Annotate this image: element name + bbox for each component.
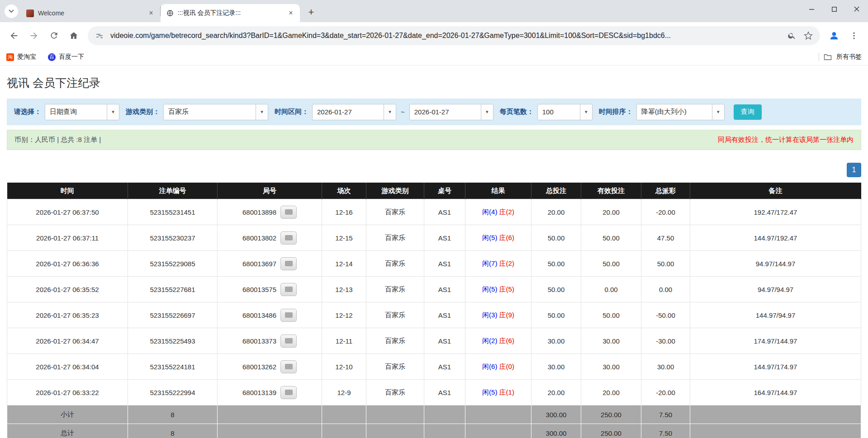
per-page-dropdown[interactable]: 100 ▾ bbox=[537, 104, 593, 120]
round-replay-icon[interactable] bbox=[280, 283, 297, 296]
cell-table-no bbox=[424, 405, 465, 424]
cell-result: 闲(6) 庄(0) bbox=[465, 354, 531, 380]
url-text: videoie.com/game/betrecord_search/kind3?… bbox=[110, 32, 781, 40]
home-icon bbox=[69, 31, 79, 41]
cell-note: 94.97/144.97 bbox=[690, 251, 861, 277]
refresh-button[interactable] bbox=[44, 26, 63, 45]
cell-total-bet: 50.00 bbox=[531, 225, 581, 251]
round-id: 680013575 bbox=[242, 286, 276, 293]
search-button[interactable]: 查询 bbox=[734, 104, 762, 120]
bookmarks-bar: 淘 爱淘宝 百 百度一下 所有书签 bbox=[0, 49, 868, 66]
cell-time: 2026-01-27 06:33:22 bbox=[7, 380, 128, 405]
date-range-label: 时间区间： bbox=[275, 108, 308, 116]
round-replay-icon[interactable] bbox=[280, 334, 297, 348]
page-content: 视讯 会员下注纪录 请选择： 日期查询 ▾ 游戏类别： 百家乐 ▾ 时间区间： … bbox=[0, 66, 868, 438]
tab-welcome[interactable]: Welcome × bbox=[21, 4, 160, 22]
forward-button[interactable] bbox=[24, 26, 43, 45]
round-replay-icon[interactable] bbox=[280, 257, 297, 270]
cell-result bbox=[465, 405, 531, 424]
chevron-down-icon[interactable]: ▾ bbox=[256, 104, 268, 120]
cell-table-no: AS1 bbox=[424, 302, 465, 328]
chevron-down-icon[interactable]: ▾ bbox=[481, 104, 493, 120]
sort-dropdown[interactable]: 降幂(由大到小) ▾ bbox=[636, 104, 725, 120]
cell-valid-bet: 20.00 bbox=[581, 380, 641, 405]
cell-bet-id: 523155230237 bbox=[128, 225, 218, 251]
bookmarks-divider bbox=[819, 53, 819, 61]
cell-round bbox=[218, 424, 322, 438]
address-bar[interactable]: videoie.com/game/betrecord_search/kind3?… bbox=[88, 26, 820, 45]
cell-table-no: AS1 bbox=[424, 380, 465, 405]
sort-value: 降幂(由大到小) bbox=[637, 104, 712, 120]
tab-title: :::视讯 会员下注记录::: bbox=[178, 9, 282, 17]
cell-total-bet: 30.00 bbox=[531, 354, 581, 380]
cell-session: 12-14 bbox=[322, 251, 366, 277]
round-replay-icon[interactable] bbox=[280, 386, 297, 399]
minimize-button[interactable] bbox=[800, 0, 823, 18]
refresh-icon bbox=[49, 31, 59, 40]
date-start-dropdown[interactable]: 2026-01-27 ▾ bbox=[312, 104, 396, 120]
forward-arrow-icon bbox=[29, 31, 39, 41]
date-end-value: 2026-01-27 bbox=[410, 104, 481, 120]
chevron-down-icon[interactable]: ▾ bbox=[384, 104, 396, 120]
cell-table-no: AS1 bbox=[424, 199, 465, 225]
column-header: 备注 bbox=[690, 183, 861, 199]
result-banker: 庄(2) bbox=[499, 259, 514, 267]
round-replay-icon[interactable] bbox=[280, 231, 297, 245]
result-player: 闲(5) bbox=[482, 285, 497, 293]
profile-avatar[interactable] bbox=[825, 26, 844, 45]
query-type-dropdown[interactable]: 日期查询 ▾ bbox=[45, 104, 119, 120]
back-button[interactable] bbox=[5, 26, 24, 45]
bookmark-baidu[interactable]: 百 百度一下 bbox=[48, 53, 84, 61]
result-banker: 庄(0) bbox=[499, 363, 514, 370]
round-replay-icon[interactable] bbox=[280, 206, 297, 219]
table-header-row: 时间注单编号局号场次游戏类别桌号结果总投注有效投注总派彩备注 bbox=[7, 183, 861, 199]
bookmark-star-icon[interactable] bbox=[803, 30, 814, 41]
browser-menu-button[interactable] bbox=[844, 26, 863, 45]
round-replay-icon[interactable] bbox=[280, 309, 297, 322]
grand-total-row: 总计8300.00250.007.50 bbox=[7, 424, 861, 438]
table-row: 2026-01-27 06:34:47523155225493680013373… bbox=[7, 328, 861, 354]
result-player: 闲(5) bbox=[482, 388, 497, 396]
tab-close-icon[interactable]: × bbox=[286, 9, 295, 18]
cell-session bbox=[322, 424, 366, 438]
cell-table-no: AS1 bbox=[424, 225, 465, 251]
result-banker: 庄(5) bbox=[499, 285, 514, 293]
game-kind-dropdown[interactable]: 百家乐 ▾ bbox=[163, 104, 268, 120]
cell-result: 闲(7) 庄(2) bbox=[465, 251, 531, 277]
cell-valid-bet: 250.00 bbox=[581, 405, 641, 424]
cell-session: 12-11 bbox=[322, 328, 366, 354]
cell-session: 12-9 bbox=[322, 380, 366, 405]
cell-round: 680013262 bbox=[218, 354, 322, 380]
new-tab-button[interactable]: + bbox=[304, 5, 318, 19]
page-number-button[interactable]: 1 bbox=[847, 163, 861, 177]
cell-total-bet: 50.00 bbox=[531, 251, 581, 277]
tab-betrecord[interactable]: :::视讯 会员下注记录::: × bbox=[161, 4, 300, 22]
cell-note bbox=[690, 405, 861, 424]
result-banker: 庄(2) bbox=[499, 208, 514, 216]
chevron-down-icon[interactable]: ▾ bbox=[580, 104, 592, 120]
date-end-dropdown[interactable]: 2026-01-27 ▾ bbox=[409, 104, 493, 120]
table-footer: 小计8300.00250.007.50总计8300.00250.007.50 bbox=[7, 405, 861, 438]
all-bookmarks-button[interactable]: 所有书签 bbox=[819, 53, 862, 61]
chevron-down-icon[interactable]: ▾ bbox=[712, 104, 724, 120]
site-settings-icon[interactable] bbox=[94, 30, 105, 41]
cell-table-no: AS1 bbox=[424, 251, 465, 277]
zoom-icon[interactable] bbox=[787, 30, 797, 41]
cell-total-bet: 30.00 bbox=[531, 328, 581, 354]
tab-close-icon[interactable]: × bbox=[147, 9, 156, 18]
cell-game-kind: 百家乐 bbox=[366, 328, 424, 354]
tab-search-button[interactable] bbox=[5, 5, 18, 18]
taobao-icon: 淘 bbox=[6, 53, 14, 61]
cell-payout: -30.00 bbox=[641, 328, 690, 354]
round-replay-icon[interactable] bbox=[280, 360, 297, 373]
close-window-button[interactable] bbox=[845, 0, 868, 18]
cell-valid-bet: 250.00 bbox=[581, 424, 641, 438]
summary-bar: 币别：人民币 | 总共 :8 注单 | 同局有效投注，统一计算在该局第一张注单内 bbox=[7, 130, 861, 150]
cell-valid-bet: 50.00 bbox=[581, 225, 641, 251]
bookmark-aitaobao[interactable]: 淘 爱淘宝 bbox=[6, 53, 36, 61]
chevron-down-icon[interactable]: ▾ bbox=[107, 104, 119, 120]
home-button[interactable] bbox=[64, 26, 83, 45]
cell-time: 2026-01-27 06:35:23 bbox=[7, 302, 128, 328]
cell-round: 680013898 bbox=[218, 199, 322, 225]
maximize-button[interactable] bbox=[823, 0, 845, 18]
